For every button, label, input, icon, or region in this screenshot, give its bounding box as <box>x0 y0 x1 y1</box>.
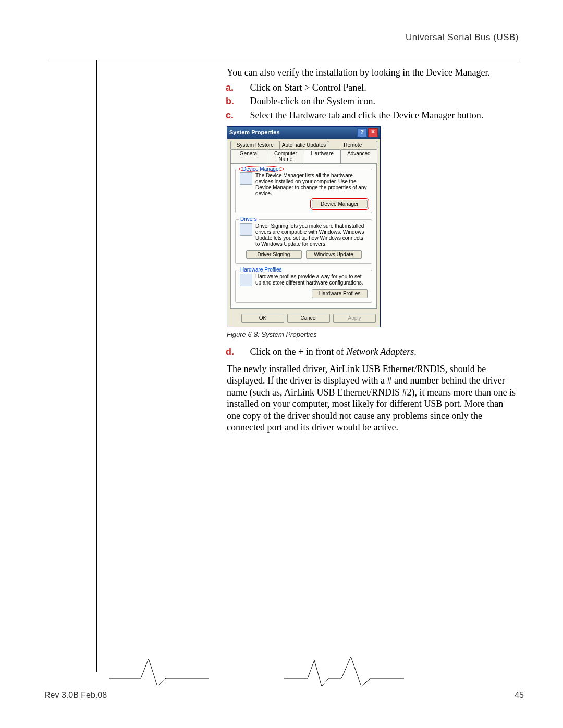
step-d-prefix: Click on the + in front of <box>250 347 347 357</box>
intro-paragraph: You can also verify the installation by … <box>227 67 516 79</box>
step-b: b. Double-click on the System icon. <box>227 95 516 107</box>
apply-button[interactable]: Apply <box>333 314 376 323</box>
tab-hardware[interactable]: Hardware <box>304 149 341 163</box>
group-device-manager: Device Manager The Device Manager lists … <box>235 169 372 213</box>
tab-computer-name[interactable]: Computer Name <box>267 149 304 163</box>
steps-d: d. Click on the + in front of Network Ad… <box>227 346 516 358</box>
tab-automatic-updates[interactable]: Automatic Updates <box>279 141 329 149</box>
device-manager-button[interactable]: Device Manager <box>312 200 368 208</box>
section-header: Universal Serial Bus (USB) <box>406 32 519 43</box>
tab-remote[interactable]: Remote <box>328 141 377 149</box>
figure-caption: Figure 6-8: System Properties <box>227 330 516 339</box>
step-d-suffix: . <box>414 347 417 357</box>
group-text: The Device Manager lists all the hardwar… <box>255 172 368 196</box>
ok-button[interactable]: OK <box>241 314 284 323</box>
group-legend: Hardware Profiles <box>239 267 283 273</box>
step-text: Click on Start > Control Panel. <box>250 82 366 93</box>
dialog-pane: Device Manager The Device Manager lists … <box>230 163 377 309</box>
tab-general[interactable]: General <box>230 149 267 163</box>
group-legend: Drivers <box>239 216 259 222</box>
header-rule <box>48 60 519 60</box>
steps-abc: a. Click on Start > Control Panel. b. Do… <box>227 82 516 121</box>
dialog-bottom-buttons: OK Cancel Apply <box>227 312 380 327</box>
tab-system-restore[interactable]: System Restore <box>230 141 280 149</box>
hardware-profiles-button[interactable]: Hardware Profiles <box>312 289 368 298</box>
group-hardware-profiles: Hardware Profiles Hardware profiles prov… <box>235 270 372 303</box>
dialog-titlebar: System Properties ? × <box>227 127 380 139</box>
step-marker: c. <box>237 109 248 121</box>
margin-rule <box>96 60 97 672</box>
group-text: Hardware profiles provide a way for you … <box>255 274 368 286</box>
step-d-italic: Network Adapters <box>346 347 414 357</box>
footer-page-number: 45 <box>515 690 524 700</box>
footer-revision: Rev 3.0B Feb.08 <box>44 690 107 700</box>
step-marker: b. <box>237 95 248 107</box>
step-text: Select the Hardware tab and click the De… <box>250 110 484 120</box>
driver-signing-button[interactable]: Driver Signing <box>246 250 302 259</box>
step-marker: d. <box>237 346 248 358</box>
step-d: d. Click on the + in front of Network Ad… <box>227 346 516 358</box>
step-marker: a. <box>237 82 248 94</box>
page-footer: Rev 3.0B Feb.08 45 <box>44 690 524 700</box>
windows-update-button[interactable]: Windows Update <box>306 250 362 259</box>
dialog-title: System Properties <box>229 129 356 135</box>
heartbeat-icon <box>109 652 209 689</box>
group-legend: Device Manager <box>239 166 284 172</box>
main-content: You can also verify the installation by … <box>227 67 516 436</box>
device-manager-icon <box>240 172 252 185</box>
hardware-profiles-icon <box>240 274 252 286</box>
step-c: c. Select the Hardware tab and click the… <box>227 109 516 121</box>
tab-advanced[interactable]: Advanced <box>340 149 377 163</box>
group-drivers: Drivers Driver Signing lets you make sur… <box>235 219 372 264</box>
step-text: Double-click on the System icon. <box>250 96 375 106</box>
cancel-button[interactable]: Cancel <box>287 314 330 323</box>
dialog-tabs: System Restore Automatic Updates Remote … <box>227 139 380 163</box>
step-a: a. Click on Start > Control Panel. <box>227 82 516 94</box>
drivers-icon <box>240 223 252 236</box>
close-icon[interactable]: × <box>368 128 378 137</box>
heartbeat-icon <box>284 652 404 689</box>
body-paragraph: The newly installed driver, AirLink USB … <box>227 363 516 434</box>
group-text: Driver Signing lets you make sure that i… <box>255 223 368 247</box>
system-properties-dialog: System Properties ? × System Restore Aut… <box>227 126 381 327</box>
help-icon[interactable]: ? <box>357 128 367 137</box>
